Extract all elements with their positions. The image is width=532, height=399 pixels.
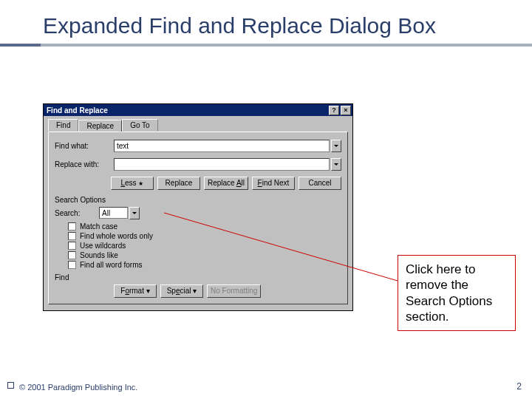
replace-button[interactable]: Replace [157,177,200,190]
find-history-dropdown[interactable] [331,140,341,152]
tab-find[interactable]: Find [48,119,78,131]
dialog-title: Find and Replace [47,106,108,115]
format-button[interactable]: Format ▾ [114,284,157,298]
replace-history-dropdown[interactable] [331,158,341,171]
replace-all-button[interactable]: Replace All [204,177,248,190]
tab-replace[interactable]: Replace [78,120,122,132]
search-options-label: Search Options [55,196,341,204]
slide-title: Expanded Find and Replace Dialog Box [43,13,532,39]
dialog-titlebar[interactable]: Find and Replace ? × [44,104,352,116]
find-replace-dialog: Find and Replace ? × Find Replace Go To … [43,103,353,311]
word-forms-checkbox[interactable]: Find all word forms [68,261,341,269]
find-what-label: Find what: [55,142,114,150]
match-case-checkbox[interactable]: Match case [68,222,341,231]
title-divider [0,44,532,47]
replace-with-input[interactable] [114,158,330,171]
search-direction-dropdown[interactable] [129,207,140,219]
sounds-like-checkbox[interactable]: Sounds like [68,251,341,259]
less-button[interactable]: Less ★ [111,177,154,190]
callout-text: Click here to remove the Search Options … [406,262,492,324]
replace-with-label: Replace with: [55,160,114,168]
whole-words-checkbox[interactable]: Find whole words only [68,232,341,240]
search-direction-label: Search: [55,209,93,217]
wildcards-checkbox[interactable]: Use wildcards [68,242,341,250]
find-next-button[interactable]: Find Next [252,177,295,190]
tab-panel-replace: Find what: text Replace with: Less ★ Rep… [48,132,348,304]
help-button[interactable]: ? [329,106,339,115]
special-button[interactable]: Special ▾ [160,284,203,298]
find-section-label: Find [55,273,341,282]
page-number: 2 [516,381,522,392]
footer-copyright: © 2001 Paradigm Publishing Inc. [9,383,137,392]
tab-goto[interactable]: Go To [122,119,158,131]
tab-strip: Find Replace Go To [48,119,348,131]
cancel-button[interactable]: Cancel [299,177,341,190]
close-button[interactable]: × [341,106,351,115]
no-formatting-button[interactable]: No Formatting [207,284,261,298]
search-direction-select[interactable]: All [99,207,128,219]
callout-box: Click here to remove the Search Options … [398,255,516,331]
find-what-input[interactable]: text [114,140,330,152]
